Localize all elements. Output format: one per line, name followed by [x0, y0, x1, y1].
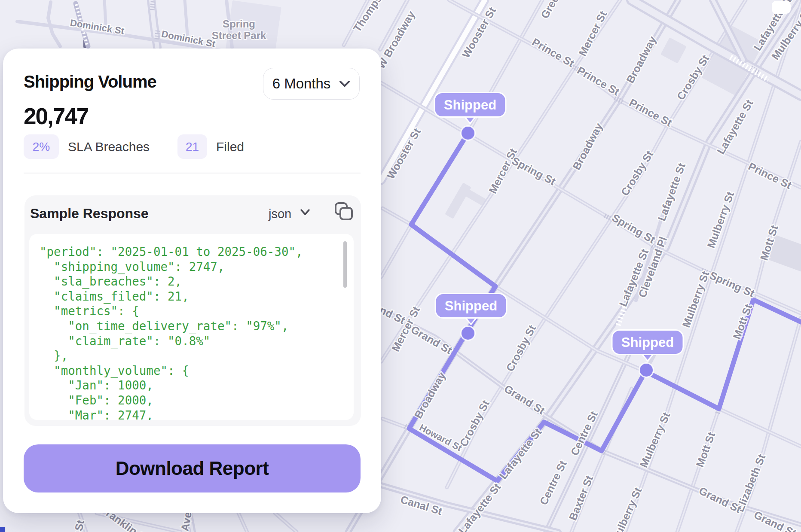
shipped-badge-label: Shipped: [444, 97, 496, 112]
map-water-corner: [0, 527, 5, 532]
card-title: Shipping Volume: [24, 72, 156, 91]
code-content: "period": "2025-01-01 to 2025-06-30", "s…: [29, 234, 354, 420]
chevron-down-icon: [339, 80, 350, 87]
shipping-volume-value: 20,747: [24, 103, 88, 129]
shipped-badge-label: Shipped: [621, 335, 674, 350]
language-chevron-down-icon[interactable]: [300, 208, 312, 217]
divider: [24, 173, 361, 173]
filed-label: Filed: [216, 134, 244, 159]
sla-breaches-chip: 2%: [24, 134, 59, 159]
shipping-volume-card: Shipping Volume 6 Months 20,747 2% SLA B…: [3, 49, 381, 513]
period-dropdown-value: 6 Months: [272, 76, 331, 92]
language-dropdown-value[interactable]: json: [269, 207, 291, 221]
filed-chip: 21: [177, 134, 207, 159]
filed-value: 21: [186, 140, 199, 154]
marker-dot: [461, 326, 475, 340]
download-report-button[interactable]: Download Report: [24, 444, 361, 492]
sample-response-title: Sample Response: [30, 206, 149, 222]
copy-icon[interactable]: [333, 201, 355, 222]
street-small-vert-1: [104, 0, 106, 24]
sla-breaches-value: 2%: [33, 140, 50, 154]
marker-dot: [461, 126, 475, 140]
sla-breaches-label: SLA Breaches: [68, 134, 150, 159]
period-dropdown[interactable]: 6 Months: [263, 68, 360, 100]
marker-dot: [639, 363, 654, 377]
map-control[interactable]: [772, 1, 791, 14]
code-block: "period": "2025-01-01 to 2025-06-30", "s…: [29, 234, 354, 420]
shipped-badge-label: Shipped: [445, 298, 497, 313]
code-scrollbar-thumb[interactable]: [343, 241, 347, 288]
